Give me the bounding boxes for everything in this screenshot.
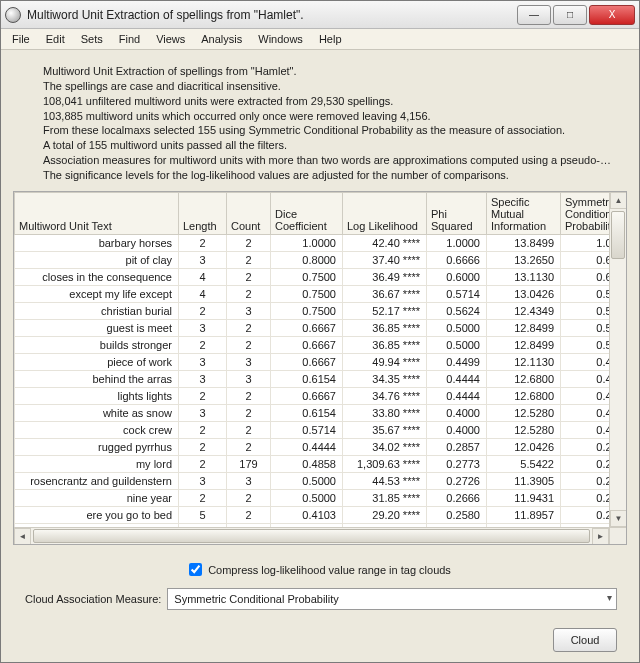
table-row[interactable]: rosencrantz and guildenstern330.500044.5…	[15, 472, 628, 489]
hscroll-track[interactable]	[31, 528, 592, 544]
table-cell: 12.6800	[487, 387, 561, 404]
table-cell: 49.94 ****	[343, 353, 427, 370]
menu-windows[interactable]: Windows	[251, 31, 310, 47]
table-row[interactable]: piece of work330.666749.94 ****0.449912.…	[15, 353, 628, 370]
table-cell: 0.4103	[271, 506, 343, 523]
table-cell: 0.4444	[271, 438, 343, 455]
table-row[interactable]: builds stronger220.666736.85 ****0.50001…	[15, 336, 628, 353]
col-phi[interactable]: Phi Squared	[427, 192, 487, 234]
table-cell: 12.5280	[487, 404, 561, 421]
table-cell: 1,309.63 ****	[343, 455, 427, 472]
table-cell: 0.5000	[427, 319, 487, 336]
scroll-up-arrow-icon[interactable]: ▲	[610, 192, 627, 209]
table-row[interactable]: nine year220.500031.85 ****0.266611.9431…	[15, 489, 628, 506]
table-row[interactable]: my lord21790.48581,309.63 ****0.27735.54…	[15, 455, 628, 472]
menu-sets[interactable]: Sets	[74, 31, 110, 47]
table-cell: 4	[179, 268, 227, 285]
results-table-wrap: Multiword Unit Text Length Count Dice Co…	[13, 191, 627, 545]
table-cell: 0.6667	[271, 353, 343, 370]
button-row: Cloud	[13, 622, 627, 652]
table-cell: 12.6800	[487, 370, 561, 387]
table-cell: 44.53 ****	[343, 472, 427, 489]
col-loglik[interactable]: Log Likelihood	[343, 192, 427, 234]
vscroll-thumb[interactable]	[611, 211, 625, 259]
table-cell: 11.3905	[487, 472, 561, 489]
table-cell: 0.7500	[271, 268, 343, 285]
menu-views[interactable]: Views	[149, 31, 192, 47]
minimize-button[interactable]: —	[517, 5, 551, 25]
table-cell: 12.1130	[487, 353, 561, 370]
table-cell: 0.4444	[427, 370, 487, 387]
table-cell: 0.5000	[271, 472, 343, 489]
desc-line: 103,885 multiword units which occurred o…	[43, 109, 617, 124]
table-cell: 13.1130	[487, 268, 561, 285]
table-row[interactable]: cock crew220.571435.67 ****0.400012.5280…	[15, 421, 628, 438]
col-count[interactable]: Count	[227, 192, 271, 234]
titlebar[interactable]: Multiword Unit Extraction of spellings f…	[1, 1, 639, 29]
description-block: Multiword Unit Extraction of spellings f…	[13, 60, 627, 183]
scroll-left-arrow-icon[interactable]: ◄	[14, 528, 31, 545]
table-row[interactable]: christian burial230.750052.17 ****0.5624…	[15, 302, 628, 319]
compress-checkbox[interactable]	[189, 563, 202, 576]
table-row[interactable]: pit of clay320.800037.40 ****0.666613.26…	[15, 251, 628, 268]
table-cell: 12.8499	[487, 319, 561, 336]
controls-area: Compress log-likelihood value range in t…	[13, 563, 627, 652]
results-table[interactable]: Multiword Unit Text Length Count Dice Co…	[14, 192, 627, 545]
vertical-scrollbar[interactable]: ▲ ▼	[609, 192, 626, 527]
col-smi[interactable]: Specific Mutual Information	[487, 192, 561, 234]
table-row[interactable]: barbary horses221.000042.40 ****1.000013…	[15, 234, 628, 251]
table-cell: 33.80 ****	[343, 404, 427, 421]
maximize-button[interactable]: □	[553, 5, 587, 25]
horizontal-scrollbar[interactable]: ◄ ►	[14, 527, 609, 544]
table-cell: 11.9431	[487, 489, 561, 506]
table-cell: christian burial	[15, 302, 179, 319]
col-dice[interactable]: Dice Coefficient	[271, 192, 343, 234]
hscroll-thumb[interactable]	[33, 529, 590, 543]
table-cell: 34.02 ****	[343, 438, 427, 455]
desc-line: 108,041 unfiltered multiword units were …	[43, 94, 617, 109]
table-row[interactable]: guest is meet320.666736.85 ****0.500012.…	[15, 319, 628, 336]
table-cell: 12.8499	[487, 336, 561, 353]
table-cell: 0.2773	[427, 455, 487, 472]
menu-analysis[interactable]: Analysis	[194, 31, 249, 47]
table-row[interactable]: ere you go to bed520.410329.20 ****0.258…	[15, 506, 628, 523]
table-cell: piece of work	[15, 353, 179, 370]
compress-checkbox-row: Compress log-likelihood value range in t…	[189, 563, 451, 576]
table-cell: 3	[227, 472, 271, 489]
table-cell: 2	[179, 387, 227, 404]
menu-file[interactable]: File	[5, 31, 37, 47]
table-cell: 2	[227, 336, 271, 353]
table-row[interactable]: closes in the consequence420.750036.49 *…	[15, 268, 628, 285]
table-cell: 12.0426	[487, 438, 561, 455]
menu-help[interactable]: Help	[312, 31, 349, 47]
table-cell: 0.4858	[271, 455, 343, 472]
table-cell: 0.5624	[427, 302, 487, 319]
col-text[interactable]: Multiword Unit Text	[15, 192, 179, 234]
table-row[interactable]: except my life except420.750036.67 ****0…	[15, 285, 628, 302]
table-cell: pit of clay	[15, 251, 179, 268]
measure-select-row: Cloud Association Measure: Symmetric Con…	[13, 588, 627, 610]
table-cell: 0.5714	[271, 421, 343, 438]
table-row[interactable]: lights lights220.666734.76 ****0.444412.…	[15, 387, 628, 404]
table-cell: 2	[227, 506, 271, 523]
menu-find[interactable]: Find	[112, 31, 147, 47]
table-cell: 0.6667	[271, 387, 343, 404]
scroll-right-arrow-icon[interactable]: ►	[592, 528, 609, 545]
table-cell: 0.6667	[271, 336, 343, 353]
close-button[interactable]: X	[589, 5, 635, 25]
col-length[interactable]: Length	[179, 192, 227, 234]
measure-select[interactable]: Symmetric Conditional Probability	[167, 588, 617, 610]
app-window: Multiword Unit Extraction of spellings f…	[0, 0, 640, 663]
table-cell: barbary horses	[15, 234, 179, 251]
table-cell: 0.6154	[271, 370, 343, 387]
table-body: barbary horses221.000042.40 ****1.000013…	[15, 234, 628, 545]
scroll-down-arrow-icon[interactable]: ▼	[610, 510, 627, 527]
cloud-button[interactable]: Cloud	[553, 628, 617, 652]
table-cell: 0.2580	[427, 506, 487, 523]
vscroll-track[interactable]	[610, 209, 626, 510]
table-row[interactable]: rugged pyrrhus220.444434.02 ****0.285712…	[15, 438, 628, 455]
menu-edit[interactable]: Edit	[39, 31, 72, 47]
table-row[interactable]: white as snow320.615433.80 ****0.400012.…	[15, 404, 628, 421]
table-cell: 34.35 ****	[343, 370, 427, 387]
table-row[interactable]: behind the arras330.615434.35 ****0.4444…	[15, 370, 628, 387]
